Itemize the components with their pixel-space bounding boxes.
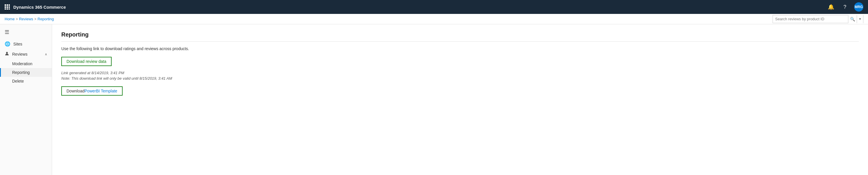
svg-point-9 [6, 52, 8, 54]
globe-icon: 🌐 [5, 41, 10, 47]
sidebar-item-moderation[interactable]: Moderation [0, 59, 52, 68]
svg-rect-6 [5, 8, 6, 9]
content-description: Use the following link to download ratin… [61, 46, 859, 51]
sidebar-reporting-label: Reporting [12, 70, 30, 75]
sidebar-item-reporting[interactable]: Reporting [0, 68, 52, 77]
svg-rect-0 [5, 4, 6, 6]
download-review-data-label: Download review data [66, 59, 106, 64]
person-icon [5, 51, 9, 57]
main-layout: ☰ 🌐 Sites Reviews ∧ Moderation Reporting… [0, 24, 868, 175]
search-bar: 🔍 ▼ [773, 15, 863, 23]
svg-rect-7 [7, 8, 8, 9]
top-nav-icons: 🔔 ? MRG [826, 2, 863, 11]
sidebar-reviews-label: Reviews [12, 52, 42, 56]
svg-rect-8 [9, 8, 10, 9]
hamburger-button[interactable]: ☰ [0, 27, 52, 39]
app-title: Dynamics 365 Commerce [13, 5, 826, 9]
svg-rect-3 [5, 6, 6, 8]
breadcrumb: Home > Reviews > Reporting [5, 17, 54, 21]
breadcrumb-sep-2: > [34, 17, 36, 21]
sidebar-delete-label: Delete [12, 79, 24, 83]
powerbi-btn-prefix: Download [66, 89, 85, 93]
link-note-text: Note: This download link will only be va… [61, 76, 859, 80]
sidebar-sites-label: Sites [13, 42, 47, 46]
page-title: Reporting [61, 31, 859, 42]
help-button[interactable]: ? [840, 2, 849, 11]
download-powerbi-button[interactable]: Download PowerBI Template [61, 86, 123, 96]
breadcrumb-sep-1: > [16, 17, 18, 21]
breadcrumb-home[interactable]: Home [5, 17, 15, 21]
sidebar-item-delete[interactable]: Delete [0, 77, 52, 85]
search-input[interactable] [773, 15, 848, 23]
content-area: Reporting Use the following link to down… [52, 24, 868, 175]
hamburger-icon: ☰ [5, 29, 9, 35]
download-review-data-button[interactable]: Download review data [61, 57, 112, 66]
svg-rect-1 [7, 4, 8, 6]
svg-rect-5 [9, 6, 10, 8]
chevron-up-icon: ∧ [45, 52, 47, 56]
breadcrumb-reviews[interactable]: Reviews [19, 17, 33, 21]
notifications-button[interactable]: 🔔 [826, 2, 836, 11]
search-dropdown-button[interactable]: ▼ [857, 15, 863, 23]
search-button[interactable]: 🔍 [848, 15, 857, 23]
sidebar: ☰ 🌐 Sites Reviews ∧ Moderation Reporting… [0, 24, 52, 175]
grid-icon[interactable] [5, 4, 10, 9]
svg-rect-4 [7, 6, 8, 8]
top-nav: Dynamics 365 Commerce 🔔 ? MRG [0, 0, 868, 14]
breadcrumb-current: Reporting [38, 17, 54, 21]
sidebar-item-sites[interactable]: 🌐 Sites [0, 39, 52, 49]
svg-rect-2 [9, 4, 10, 6]
sidebar-item-reviews[interactable]: Reviews ∧ [0, 49, 52, 59]
powerbi-template-link[interactable]: PowerBI Template [85, 89, 117, 93]
sidebar-moderation-label: Moderation [12, 61, 32, 66]
link-generated-text: Link generated at 8/14/2019, 3:41 PM [61, 71, 859, 75]
breadcrumb-bar: Home > Reviews > Reporting 🔍 ▼ [0, 14, 868, 24]
avatar[interactable]: MRG [854, 2, 863, 11]
